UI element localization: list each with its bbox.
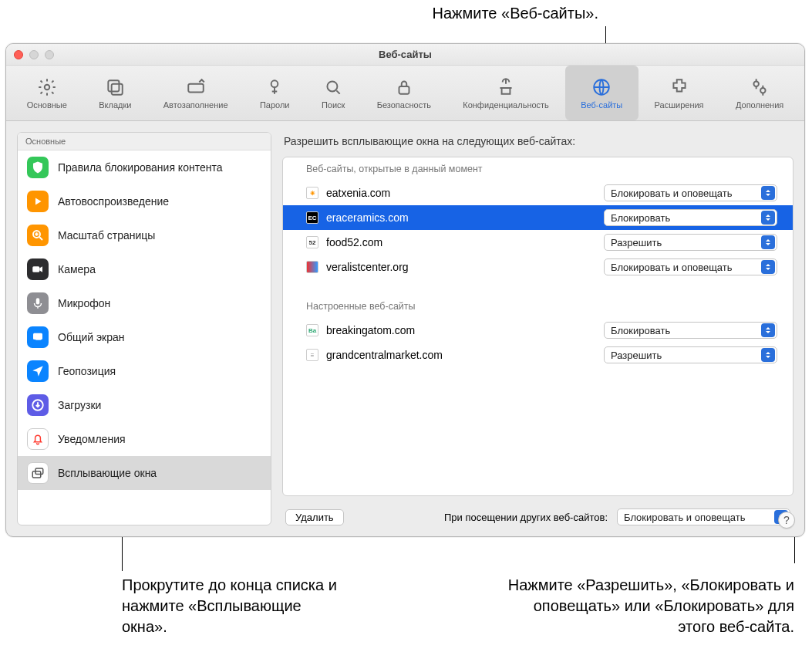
toolbar-privacy[interactable]: Конфиденциальность <box>447 66 565 120</box>
location-icon <box>27 360 49 382</box>
permission-value: Блокировать <box>611 325 761 336</box>
chevron-updown-icon <box>761 323 775 337</box>
permission-select[interactable]: Блокировать <box>604 209 777 226</box>
other-sites-select[interactable]: Блокировать и оповещать <box>617 509 790 525</box>
toolbar-label: Основные <box>27 100 67 110</box>
toolbar-search[interactable]: Поиск <box>305 66 361 120</box>
toolbar-general[interactable]: Основные <box>11 66 83 120</box>
website-domain: veralistcenter.org <box>326 261 596 273</box>
permission-select[interactable]: Разрешить <box>604 346 777 363</box>
other-sites-label: При посещении других веб-сайтов: <box>444 512 608 523</box>
toolbar-websites[interactable]: Веб-сайты <box>565 66 638 120</box>
sidebar-item-label: Геопозиция <box>58 365 116 377</box>
close-button[interactable] <box>14 50 23 59</box>
website-domain: grandcentralmarket.com <box>326 349 596 361</box>
remove-button[interactable]: Удалить <box>285 509 344 525</box>
website-row[interactable]: 52food52.comРазрешить <box>283 230 793 255</box>
toolbar-passwords[interactable]: Пароли <box>244 66 305 120</box>
content-area: Основные Правила блокирования контентаАв… <box>6 121 804 536</box>
websites-table: Веб-сайты, открытые в данный момент ✳eat… <box>282 157 793 496</box>
favicon <box>306 261 318 273</box>
permission-value: Блокировать и оповещать <box>611 262 761 273</box>
sidebar-item-microphone[interactable]: Микрофон <box>18 286 271 320</box>
website-row[interactable]: veralistcenter.orgБлокировать и оповещат… <box>283 255 793 279</box>
sidebar-header: Основные <box>18 133 271 150</box>
page-zoom-icon <box>27 225 49 246</box>
permission-select[interactable]: Блокировать <box>604 322 777 339</box>
sidebar-item-label: Автовоспроизведение <box>58 195 169 208</box>
permission-select[interactable]: Блокировать и оповещать <box>604 184 777 201</box>
toolbar-label: Автозаполнение <box>163 100 228 110</box>
svg-rect-1 <box>109 80 120 91</box>
general-icon <box>36 76 58 98</box>
sidebar-item-popups[interactable]: Всплывающие окна <box>18 456 271 490</box>
website-domain: food52.com <box>326 236 596 248</box>
website-row[interactable]: Babreakingatom.comБлокировать <box>283 318 793 343</box>
maximize-button[interactable] <box>45 50 54 59</box>
permission-value: Разрешить <box>611 350 761 361</box>
sidebar-item-label: Правила блокирования контента <box>58 161 222 174</box>
sidebar-item-label: Микрофон <box>58 297 110 309</box>
sidebar-item-downloads[interactable]: Загрузки <box>18 388 271 422</box>
chevron-updown-icon <box>761 235 775 249</box>
other-sites-value: Блокировать и оповещать <box>624 512 774 523</box>
permission-value: Разрешить <box>611 237 761 248</box>
help-button[interactable]: ? <box>778 512 795 529</box>
favicon: ≡ <box>306 349 318 361</box>
window-controls <box>14 50 54 59</box>
website-domain: eraceramics.com <box>326 211 596 224</box>
website-domain: eatxenia.com <box>326 187 596 199</box>
toolbar-extensions[interactable]: Расширения <box>638 66 719 120</box>
permission-select[interactable]: Блокировать и оповещать <box>604 258 777 275</box>
svg-point-9 <box>760 88 766 93</box>
main-heading: Разрешить всплывающие окна на следующих … <box>282 132 793 150</box>
sidebar-item-content-blockers[interactable]: Правила блокирования контента <box>18 150 271 184</box>
permission-value: Блокировать и оповещать <box>611 188 761 199</box>
svg-marker-10 <box>35 198 42 205</box>
website-domain: breakingatom.com <box>326 324 596 336</box>
sidebar: Основные Правила блокирования контентаАв… <box>17 132 271 525</box>
website-row[interactable]: ✳eatxenia.comБлокировать и оповещать <box>283 181 793 205</box>
microphone-icon <box>27 292 49 314</box>
svg-point-8 <box>754 81 760 86</box>
security-icon <box>393 76 415 98</box>
sidebar-item-page-zoom[interactable]: Масштаб страницы <box>18 218 271 252</box>
sidebar-item-autoplay[interactable]: Автовоспроизведение <box>18 184 271 218</box>
preferences-toolbar: ОсновныеВкладкиАвтозаполнениеПаролиПоиск… <box>6 66 804 121</box>
notifications-icon <box>27 428 49 450</box>
toolbar-advanced[interactable]: Дополнения <box>719 66 800 120</box>
autofill-icon <box>185 76 207 98</box>
toolbar-label: Вкладки <box>99 100 131 110</box>
toolbar-security[interactable]: Безопасность <box>361 66 447 120</box>
sidebar-item-screen-share[interactable]: Общий экран <box>18 320 271 354</box>
autoplay-icon <box>27 191 49 212</box>
toolbar-label: Расширения <box>655 100 704 110</box>
toolbar-label: Веб-сайты <box>581 100 622 110</box>
websites-icon <box>591 76 612 98</box>
advanced-icon <box>749 76 770 98</box>
permission-value: Блокировать <box>611 212 761 224</box>
favicon: Ba <box>306 324 318 336</box>
permission-select[interactable]: Разрешить <box>604 234 777 251</box>
svg-rect-15 <box>35 336 42 340</box>
toolbar-label: Конфиденциальность <box>463 100 549 110</box>
sidebar-item-notifications[interactable]: Уведомления <box>18 422 271 456</box>
sidebar-item-label: Общий экран <box>58 331 125 343</box>
passwords-icon <box>264 76 285 98</box>
sidebar-item-label: Камера <box>58 263 96 275</box>
favicon: ✳ <box>306 187 318 199</box>
website-row[interactable]: ECeraceramics.comБлокировать <box>283 205 793 230</box>
website-row[interactable]: ≡grandcentralmarket.comРазрешить <box>283 343 793 367</box>
toolbar-label: Дополнения <box>736 100 783 110</box>
favicon: EC <box>306 211 318 224</box>
minimize-button[interactable] <box>29 50 39 59</box>
toolbar-tabs[interactable]: Вкладки <box>83 66 148 120</box>
content-blockers-icon <box>27 157 49 178</box>
bottom-bar: Удалить При посещении других веб-сайтов:… <box>282 502 793 525</box>
toolbar-autofill[interactable]: Автозаполнение <box>147 66 244 120</box>
sidebar-list[interactable]: Правила блокирования контентаАвтовоспрои… <box>18 150 271 525</box>
sidebar-item-camera[interactable]: Камера <box>18 252 271 286</box>
sidebar-item-location[interactable]: Геопозиция <box>18 354 271 388</box>
svg-point-4 <box>271 80 278 87</box>
callout-top: Нажмите «Веб-сайты». <box>336 5 598 22</box>
